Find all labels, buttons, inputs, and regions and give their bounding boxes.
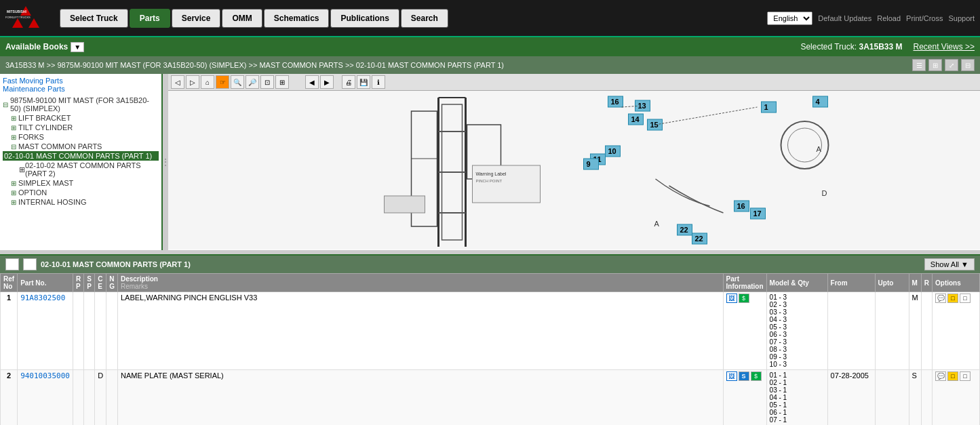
tree-item-part1[interactable]: 02-10-01 MAST COMMON PARTS (PART 1) (3, 151, 159, 161)
view-list-icon[interactable]: ☰ (912, 59, 926, 71)
tree-label: FORKS (18, 133, 44, 141)
dollar-icon[interactable]: $ (739, 294, 749, 303)
tree-label: SIMPLEX MAST (18, 179, 73, 187)
tree-label: 02-10-01 MAST COMMON PARTS (PART 1) (4, 152, 152, 160)
s-icon[interactable]: S (739, 371, 749, 381)
info-icon[interactable]: 🖼 (726, 371, 737, 381)
tree-item-simplex[interactable]: ⊞ SIMPLEX MAST (3, 178, 159, 188)
parts-table-container: RefNo Part No. RP SP CE NG DescriptionRe… (0, 273, 980, 425)
cell-sp (84, 370, 95, 426)
tree-label: MAST COMMON PARTS (18, 142, 102, 150)
tree-label: TILT CYLINDER (18, 123, 73, 131)
cell-part-no[interactable]: 94010035000 (18, 370, 73, 426)
bookmark-icon[interactable]: □ (947, 371, 958, 381)
col-header-ng: NG (106, 274, 118, 292)
svg-text:D: D (822, 189, 827, 197)
cell-model-qty: 01 - 102 - 103 - 104 - 105 - 106 - 107 -… (766, 370, 827, 426)
comment-icon[interactable]: 💬 (935, 294, 946, 303)
cell-options: 💬 □ □ (933, 292, 980, 370)
svg-marker-1 (12, 18, 23, 28)
view-split-icon[interactable]: ⊟ (961, 59, 975, 71)
col-header-part: Part No. (18, 274, 73, 292)
view-grid-icon[interactable]: ⊞ (928, 59, 942, 71)
diag-btn-fit2[interactable]: ⊞ (275, 75, 289, 89)
tree-item-tilt-cylinder[interactable]: ⊞ TILT CYLINDER (3, 123, 159, 132)
diag-btn-zoom-in[interactable]: 🔍 (231, 75, 244, 89)
service-button[interactable]: Service (172, 9, 221, 28)
diag-btn-forward[interactable]: ▶ (320, 75, 334, 89)
vertical-splitter[interactable]: ⋮ (163, 74, 168, 250)
cell-description: NAME PLATE (MAST SERIAL) (117, 370, 723, 426)
schematics-button[interactable]: Schematics (264, 9, 330, 28)
header-link-4[interactable]: Support (948, 14, 975, 22)
fast-moving-parts[interactable]: Fast Moving Parts (3, 77, 159, 85)
cell-rp (73, 370, 83, 426)
show-all-button[interactable]: Show All ▼ (924, 258, 975, 270)
tree-item-hosing[interactable]: ⊞ INTERNAL HOSING (3, 197, 159, 207)
maintenance-parts[interactable]: Maintenance Parts (3, 85, 159, 93)
diag-btn-info[interactable]: ℹ (372, 75, 385, 89)
col-header-r: R (921, 274, 932, 292)
header-link-1[interactable]: Default Updates (818, 14, 871, 22)
info-icons: 🖼 $ (726, 294, 764, 303)
tree-item-lift-bracket[interactable]: ⊞ LIFT BRACKET (3, 113, 159, 123)
cell-r (921, 292, 932, 370)
publications-button[interactable]: Publications (330, 9, 399, 28)
recent-views-link[interactable]: Recent Views >> (914, 42, 975, 52)
parts-button[interactable]: Parts (130, 9, 170, 28)
diag-btn-pointer[interactable]: ☞ (216, 75, 229, 89)
search-button[interactable]: Search (401, 9, 448, 28)
col-header-model: Model & Qty (766, 274, 827, 292)
diagram-panel: ◁ ▷ ⌂ ☞ 🔍 🔎 ⊡ ⊞ ◀ ▶ 🖨 💾 ℹ (168, 74, 980, 250)
diag-btn-save[interactable]: 💾 (357, 75, 370, 89)
available-books: Available Books ▼ (5, 42, 84, 52)
right-controls: English Default Updates Reload Print/Cro… (767, 12, 975, 25)
view-expand-icon[interactable]: ⤢ (945, 59, 958, 71)
cell-upto (875, 370, 909, 426)
cell-rp (73, 292, 83, 370)
parts-section-title: 02-10-01 MAST COMMON PARTS (PART 1) (41, 260, 191, 268)
tree-item-mast-common[interactable]: ⊟ MAST COMMON PARTS (3, 142, 159, 151)
cell-m: S (909, 370, 921, 426)
comment-icon[interactable]: 💬 (935, 371, 946, 381)
svg-text:FORKLIFT TRUCKS: FORKLIFT TRUCKS (5, 16, 31, 19)
tree-item-forks[interactable]: ⊞ FORKS (3, 132, 159, 142)
header-link-2[interactable]: Reload (877, 14, 901, 22)
info-icon[interactable]: 🖼 (726, 294, 737, 303)
left-panel: Fast Moving Parts Maintenance Parts ⊟ 98… (0, 74, 163, 250)
tree-label: LIFT BRACKET (18, 114, 71, 122)
col-header-from: From (827, 274, 875, 292)
svg-text:10: 10 (608, 147, 616, 155)
dollar-icon[interactable]: $ (751, 371, 762, 381)
tree-item-part2[interactable]: ⊞ 02-10-02 MAST COMMON PARTS (PART 2) (3, 161, 159, 178)
omm-button[interactable]: OMM (222, 9, 262, 28)
cart-icon[interactable]: □ (960, 294, 971, 303)
col-header-upto: Upto (875, 274, 909, 292)
diag-btn-print[interactable]: 🖨 (342, 75, 355, 89)
bookmark-icon[interactable]: □ (947, 294, 958, 303)
col-header-m: M (909, 274, 921, 292)
svg-text:Warning Label: Warning Label (476, 171, 507, 177)
diag-btn-next[interactable]: ▷ (186, 75, 199, 89)
diag-btn-back[interactable]: ◀ (305, 75, 319, 89)
cell-part-no[interactable]: 91A8302500 (18, 292, 73, 370)
toolbar-row: Available Books ▼ Selected Truck: 3A15B3… (0, 37, 980, 56)
cell-ng (106, 370, 118, 426)
diag-btn-home[interactable]: ⌂ (201, 75, 214, 89)
cart-icon[interactable]: □ (960, 371, 971, 381)
available-books-dropdown[interactable]: ▼ (71, 42, 84, 52)
parts-icon-list[interactable]: ☰ (5, 258, 19, 270)
diag-btn-zoom-out[interactable]: 🔎 (246, 75, 259, 89)
diag-btn-prev[interactable]: ◁ (171, 75, 184, 89)
diag-btn-fit[interactable]: ⊡ (260, 75, 274, 89)
selected-truck-value: 3A15B33 M (859, 42, 902, 52)
select-truck-button[interactable]: Select Truck (60, 9, 128, 28)
svg-line-51 (656, 107, 758, 125)
parts-icon-add[interactable]: + (23, 258, 37, 270)
breadcrumb-icons: ☰ ⊞ ⤢ ⊟ (912, 59, 975, 71)
svg-rect-18 (385, 196, 425, 213)
language-select[interactable]: English (767, 12, 812, 25)
tree-root[interactable]: ⊟ 9875M-90100 MIT MAST (FOR 3A15B20-50) … (3, 96, 159, 113)
header-link-3[interactable]: Print/Cross (906, 14, 943, 22)
tree-item-option[interactable]: ⊞ OPTION (3, 188, 159, 197)
